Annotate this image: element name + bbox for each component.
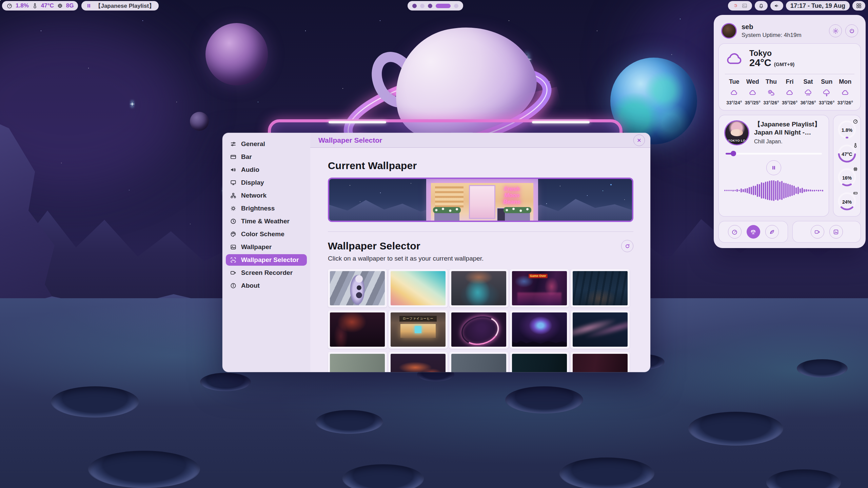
screenshot-button[interactable] bbox=[829, 225, 843, 239]
workspace-dot-4[interactable] bbox=[436, 4, 451, 8]
settings-window: General Bar Audio Display Network Bright… bbox=[222, 133, 650, 372]
thumbnail-image bbox=[391, 271, 446, 305]
wallpaper-thumbnail-snowy-forest[interactable] bbox=[571, 269, 630, 307]
wallpaper-grid: Game Over ローファイコーヒー bbox=[328, 269, 633, 372]
notifications-pill[interactable] bbox=[755, 1, 768, 11]
sidebar-item-time-weather[interactable]: Time & Weather bbox=[226, 216, 307, 227]
storm-cloud-icon bbox=[822, 88, 831, 97]
slider-thumb[interactable] bbox=[731, 151, 736, 156]
wallpaper-thumbnail-teal-glow[interactable] bbox=[449, 269, 508, 307]
control-panel: seb System Uptime: 4h19m Tokyo 24°C (GMT… bbox=[714, 15, 866, 248]
cloud-icon bbox=[841, 88, 850, 97]
bell-icon bbox=[758, 3, 764, 9]
forecast-day-label: Tue bbox=[725, 78, 744, 85]
media-pill-label: 【Japanese Playlist】 J... bbox=[95, 2, 154, 10]
screen-record-button[interactable] bbox=[811, 225, 824, 239]
wallpaper-thumbnail-sage[interactable] bbox=[328, 352, 387, 372]
close-button[interactable] bbox=[633, 135, 645, 146]
cloud-icon bbox=[725, 49, 744, 68]
wallpaper-selector-heading: Wallpaper Selector bbox=[328, 240, 420, 252]
avatar bbox=[721, 23, 737, 39]
forecast-temps: 35°/26° bbox=[781, 100, 799, 105]
wallpaper-thumbnail-coffee-shop[interactable]: ローファイコーヒー bbox=[389, 310, 448, 349]
forecast-day-label: Thu bbox=[762, 78, 781, 85]
wallpaper-thumbnail-pastel-gradient[interactable] bbox=[389, 269, 448, 307]
workspace-dot-3[interactable] bbox=[428, 4, 432, 8]
wallpaper-thumbnail-particle-wave[interactable] bbox=[571, 310, 630, 349]
wallpaper-thumbnail-autumn[interactable] bbox=[389, 352, 448, 372]
sidebar-item-display[interactable]: Display bbox=[226, 177, 307, 188]
wallpaper-thumbnail-nebula[interactable] bbox=[510, 310, 569, 349]
cafe-neon-sign: Fresh Moon Beans bbox=[497, 186, 527, 205]
tray-app-icon-shrimp[interactable] bbox=[732, 3, 738, 9]
media-pill[interactable]: 【Japanese Playlist】 J... bbox=[81, 1, 159, 11]
sidebar-item-wallpaper[interactable]: Wallpaper bbox=[226, 241, 307, 253]
profile-performance-button[interactable] bbox=[728, 225, 742, 239]
forecast-temps: 33°/26° bbox=[836, 100, 854, 105]
thermometer-icon bbox=[32, 3, 38, 9]
system-tray-pill bbox=[728, 1, 752, 11]
refresh-button[interactable] bbox=[621, 240, 633, 252]
sidebar-item-bar[interactable]: Bar bbox=[226, 151, 307, 163]
seek-slider[interactable] bbox=[726, 151, 822, 156]
tray-app-icon-image[interactable] bbox=[742, 3, 748, 9]
wallpaper-thumbnail-ember-forest[interactable] bbox=[328, 310, 387, 349]
dashboard-pill[interactable] bbox=[852, 1, 865, 11]
speaker-icon bbox=[774, 3, 780, 9]
wallpaper-thumbnail-maroon[interactable] bbox=[571, 352, 630, 372]
clock-label: 17:17 - Tue, 19 Aug bbox=[790, 2, 845, 9]
sidebar-item-general[interactable]: General bbox=[226, 138, 307, 150]
sidebar-item-label: Color Scheme bbox=[241, 230, 284, 238]
album-art-text: TOKYO LO bbox=[725, 139, 748, 142]
wallpaper-thumbnail-arcade[interactable]: Game Over bbox=[510, 269, 569, 307]
forecast-temps: 33°/26° bbox=[817, 100, 836, 105]
thumbnail-image bbox=[573, 354, 628, 372]
clock-icon bbox=[230, 218, 237, 225]
settings-window-header[interactable]: Wallpaper Selector bbox=[310, 133, 650, 148]
play-pause-button[interactable] bbox=[766, 160, 781, 175]
sidebar-item-network[interactable]: Network bbox=[226, 190, 307, 201]
workspace-dot-5[interactable] bbox=[454, 4, 458, 8]
sidebar-item-label: General bbox=[241, 140, 265, 148]
leaf-icon bbox=[769, 229, 775, 235]
workspace-dot-2[interactable] bbox=[420, 4, 425, 8]
sidebar-item-wallpaper-selector[interactable]: Wallpaper Selector bbox=[226, 254, 307, 266]
wallpaper-thumbnail-grey[interactable] bbox=[449, 352, 508, 372]
wallpaper-thumbnail-anime-girl[interactable] bbox=[328, 269, 387, 307]
settings-button[interactable] bbox=[829, 24, 842, 37]
power-button[interactable] bbox=[845, 24, 858, 37]
settings-content: Current Wallpaper Fresh Moon Beans Wallp… bbox=[310, 148, 650, 372]
sidebar-item-label: Network bbox=[241, 192, 267, 199]
brightness-icon bbox=[230, 205, 237, 212]
clock-pill[interactable]: 17:17 - Tue, 19 Aug bbox=[786, 1, 850, 11]
sidebar-item-audio[interactable]: Audio bbox=[226, 164, 307, 176]
wallpaper-thumbnail-dark-teal[interactable] bbox=[510, 352, 569, 372]
profile-powersaver-button[interactable] bbox=[765, 225, 779, 239]
dashboard-grid-icon bbox=[856, 3, 862, 9]
profile-balanced-button[interactable] bbox=[747, 225, 760, 239]
cpu-usage: 1.8% bbox=[16, 2, 29, 9]
volume-pill[interactable] bbox=[770, 1, 783, 11]
wallpaper-thumbnail-light-ring[interactable] bbox=[449, 310, 508, 349]
cafe-door bbox=[469, 185, 495, 219]
rain-cloud-icon bbox=[804, 88, 813, 97]
workspace-dot-1[interactable] bbox=[412, 4, 417, 8]
stat-value: 47°C bbox=[837, 151, 857, 157]
forecast-day-label: Mon bbox=[836, 78, 854, 85]
sidebar-item-color-scheme[interactable]: Color Scheme bbox=[226, 228, 307, 240]
sidebar-item-screen-recorder[interactable]: Screen Recorder bbox=[226, 267, 307, 279]
thumbnail-image bbox=[451, 271, 506, 305]
sidebar-item-brightness[interactable]: Brightness bbox=[226, 203, 307, 214]
forecast-day-label: Fri bbox=[781, 78, 799, 85]
thumbnail-image: ローファイコーヒー bbox=[391, 312, 446, 347]
system-stats-pill[interactable]: 1.8% 47°C 8G bbox=[2, 1, 78, 11]
forecast-day: Thu 33°/26° bbox=[762, 78, 781, 105]
thumbnail-image bbox=[330, 271, 385, 305]
star-sparkle bbox=[132, 101, 133, 107]
stat-value: 24% bbox=[837, 199, 857, 205]
network-icon bbox=[230, 192, 237, 199]
sidebar-item-about[interactable]: About bbox=[226, 280, 307, 291]
thumbnail-image bbox=[573, 312, 628, 347]
forecast-day-label: Wed bbox=[744, 78, 762, 85]
disk-ring: 24% bbox=[837, 191, 857, 212]
